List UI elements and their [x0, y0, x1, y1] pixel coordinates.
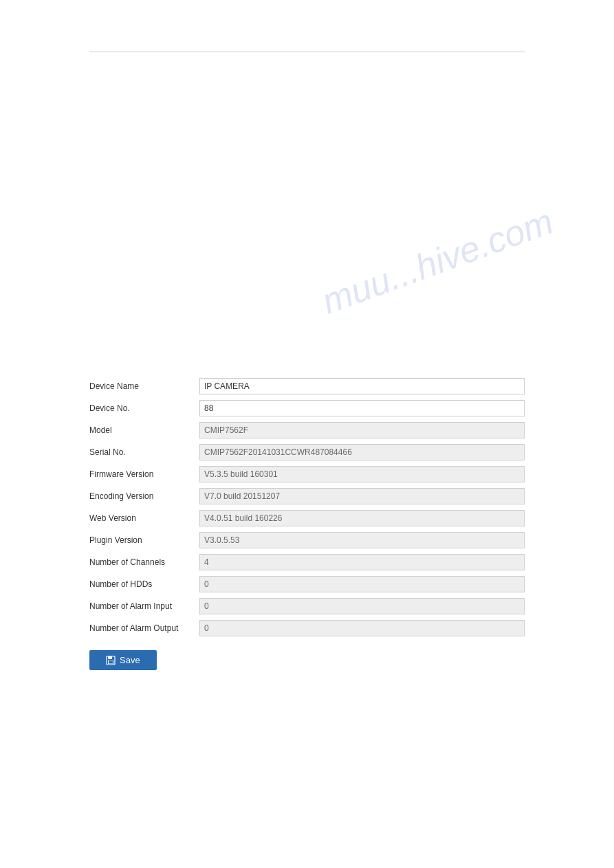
label-encoding-version: Encoding Version	[89, 491, 199, 501]
svg-rect-1	[108, 656, 112, 659]
label-web-version: Web Version	[89, 513, 199, 523]
form-row-num-alarm-input: Number of Alarm Input	[89, 598, 525, 614]
form-row-plugin-version: Plugin Version	[89, 532, 525, 548]
form-row-model: Model	[89, 422, 525, 438]
save-button-label: Save	[120, 655, 140, 665]
form-row-serial-no: Serial No.	[89, 444, 525, 460]
input-device-name[interactable]	[199, 378, 525, 394]
input-firmware-version	[199, 466, 525, 482]
input-device-no[interactable]	[199, 400, 525, 416]
form-row-firmware-version: Firmware Version	[89, 466, 525, 482]
input-num-alarm-input	[199, 598, 525, 614]
save-icon	[106, 656, 116, 665]
label-model: Model	[89, 425, 199, 435]
form-row-web-version: Web Version	[89, 510, 525, 526]
svg-rect-3	[109, 660, 113, 663]
form-row-device-no: Device No.	[89, 400, 525, 416]
page-container: muu...hive.com Device NameDevice No.Mode…	[0, 0, 614, 868]
input-model	[199, 422, 525, 438]
input-num-hdds	[199, 576, 525, 592]
top-divider	[89, 52, 525, 52]
save-button-row: Save	[89, 650, 525, 670]
input-num-channels	[199, 554, 525, 570]
save-button[interactable]: Save	[89, 650, 157, 670]
label-device-name: Device Name	[89, 381, 199, 391]
watermark: muu...hive.com	[317, 201, 559, 322]
input-num-alarm-output	[199, 620, 525, 636]
input-encoding-version	[199, 488, 525, 504]
form-row-num-hdds: Number of HDDs	[89, 576, 525, 592]
form-row-encoding-version: Encoding Version	[89, 488, 525, 504]
form-section: Device NameDevice No.ModelSerial No.Firm…	[89, 378, 525, 670]
input-web-version	[199, 510, 525, 526]
label-firmware-version: Firmware Version	[89, 469, 199, 479]
label-device-no: Device No.	[89, 403, 199, 413]
label-num-hdds: Number of HDDs	[89, 579, 199, 589]
label-serial-no: Serial No.	[89, 447, 199, 457]
input-serial-no	[199, 444, 525, 460]
label-num-channels: Number of Channels	[89, 557, 199, 567]
label-num-alarm-input: Number of Alarm Input	[89, 601, 199, 611]
form-row-device-name: Device Name	[89, 378, 525, 394]
form-row-num-channels: Number of Channels	[89, 554, 525, 570]
input-plugin-version	[199, 532, 525, 548]
label-plugin-version: Plugin Version	[89, 535, 199, 545]
label-num-alarm-output: Number of Alarm Output	[89, 623, 199, 633]
form-row-num-alarm-output: Number of Alarm Output	[89, 620, 525, 636]
